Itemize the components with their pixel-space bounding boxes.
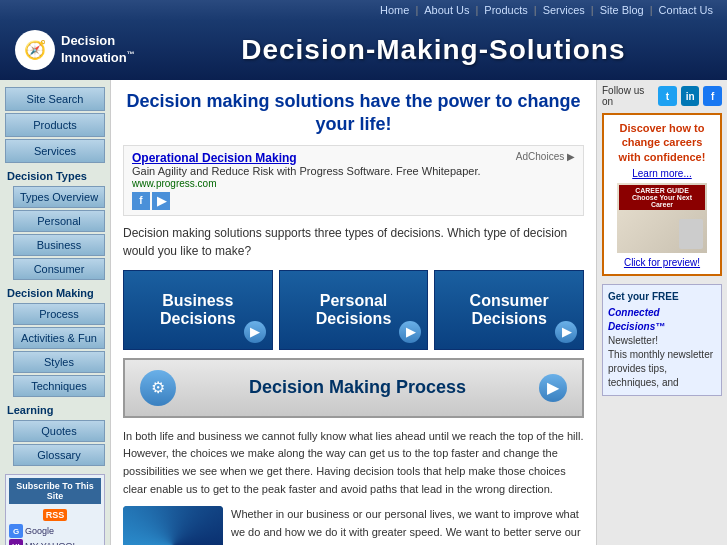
process-arrow-icon: ▶ <box>539 374 567 402</box>
personal-decisions-box[interactable]: PersonalDecisions ▶ <box>279 270 429 350</box>
newsletter-label: Newsletter! <box>608 335 658 346</box>
sidebar-link-techniques[interactable]: Techniques <box>13 375 105 397</box>
logo-text: Decision Innovation™ <box>61 33 135 67</box>
main-content: Decision making solutions have the power… <box>110 80 597 545</box>
rss-links: RSS G Google Y! MY YAHOO! M MY MSN <box>9 508 101 545</box>
newsletter-desc: This monthly newsletter provides tips, t… <box>608 348 716 390</box>
decision-making-heading: Decision Making <box>5 282 105 301</box>
business-decisions-label: BusinessDecisions <box>160 292 236 328</box>
consumer-decisions-label: ConsumerDecisions <box>470 292 549 328</box>
sidebar-link-quotes[interactable]: Quotes <box>13 420 105 442</box>
nav-home[interactable]: Home <box>380 4 409 16</box>
sidebar-link-business[interactable]: Business <box>13 234 105 256</box>
body-paragraph-2: Whether in our business or our personal … <box>231 506 584 545</box>
nav-blog[interactable]: Site Blog <box>600 4 644 16</box>
personal-decisions-label: PersonalDecisions <box>316 292 392 328</box>
process-button-label: Decision Making Process <box>184 377 531 398</box>
ad-card-learn-more[interactable]: Learn more... <box>632 168 691 179</box>
ad-facebook-icon[interactable]: f <box>132 192 150 210</box>
ad-card-title: Discover how to change careers with conf… <box>610 121 714 164</box>
google-icon: G <box>9 524 23 538</box>
frame-image: Manage <box>123 506 223 545</box>
book-figure <box>679 219 703 249</box>
business-decisions-box[interactable]: BusinessDecisions ▶ <box>123 270 273 350</box>
nav-products[interactable]: Products <box>484 4 527 16</box>
ad-card: Discover how to change careers with conf… <box>602 113 722 276</box>
ad-arrow-icon[interactable]: ▶ <box>152 192 170 210</box>
ad-desc: Gain Agility and Reduce Risk with Progre… <box>132 165 481 177</box>
nav-about[interactable]: About Us <box>424 4 469 16</box>
bottom-frame: Manage Whether in our business or our pe… <box>123 506 584 545</box>
sidebar-link-glossary[interactable]: Glossary <box>13 444 105 466</box>
facebook-icon[interactable]: f <box>703 86 722 106</box>
process-icon: ⚙ <box>140 370 176 406</box>
sidebar-link-consumer[interactable]: Consumer <box>13 258 105 280</box>
sidebar-link-types-overview[interactable]: Types Overview <box>13 186 105 208</box>
nav-services[interactable]: Services <box>543 4 585 16</box>
business-arrow-icon: ▶ <box>244 321 266 343</box>
top-nav: Home | About Us | Products | Services | … <box>0 0 727 20</box>
consumer-arrow-icon: ▶ <box>555 321 577 343</box>
sidebar-link-styles[interactable]: Styles <box>13 351 105 373</box>
decision-types-heading: Decision Types <box>5 165 105 184</box>
intro-text: Decision making solutions supports three… <box>123 224 584 260</box>
ad-url: www.progress.com <box>132 178 216 189</box>
logo: 🧭 Decision Innovation™ <box>15 30 135 70</box>
logo-icon: 🧭 <box>15 30 55 70</box>
subscribe-box: Subscribe To This Site RSS G Google Y! M… <box>5 474 105 545</box>
nav-contact[interactable]: Contact Us <box>659 4 713 16</box>
consumer-decisions-box[interactable]: ConsumerDecisions ▶ <box>434 270 584 350</box>
ad-card-preview-link[interactable]: Click for preview! <box>624 257 700 268</box>
sidebar-link-site-search[interactable]: Site Search <box>5 87 105 111</box>
main-heading: Decision making solutions have the power… <box>123 90 584 137</box>
feed-google[interactable]: G Google <box>9 524 101 538</box>
book-title-label: CAREER GUIDEChoose Your Next Career <box>619 185 705 210</box>
ad-choices: AdChoices ▶ <box>516 151 575 162</box>
ad-link[interactable]: Operational Decision Making <box>132 151 297 165</box>
header: 🧭 Decision Innovation™ Decision-Making-S… <box>0 20 727 80</box>
twitter-icon[interactable]: t <box>658 86 677 106</box>
sidebar-link-activities[interactable]: Activities & Fun <box>13 327 105 349</box>
personal-arrow-icon: ▶ <box>399 321 421 343</box>
rss-badge: RSS <box>43 509 68 521</box>
main-layout: Site Search Products Services Decision T… <box>0 80 727 545</box>
sidebar-link-products[interactable]: Products <box>5 113 105 137</box>
left-sidebar: Site Search Products Services Decision T… <box>0 80 110 545</box>
site-title: Decision-Making-Solutions <box>155 34 712 66</box>
sidebar-link-services[interactable]: Services <box>5 139 105 163</box>
follow-us: Follow us on t in f <box>602 85 722 107</box>
sidebar-link-personal[interactable]: Personal <box>13 210 105 232</box>
yahoo-icon: Y! <box>9 539 23 545</box>
linkedin-icon[interactable]: in <box>681 86 700 106</box>
process-button[interactable]: ⚙ Decision Making Process ▶ <box>123 358 584 418</box>
newsletter-brand: Connected Decisions™ <box>608 307 665 332</box>
decision-boxes: BusinessDecisions ▶ PersonalDecisions ▶ … <box>123 270 584 350</box>
sidebar-link-process[interactable]: Process <box>13 303 105 325</box>
subscribe-label: Subscribe To This Site <box>9 478 101 504</box>
ad-card-image: CAREER GUIDEChoose Your Next Career <box>617 183 707 253</box>
ad-area: AdChoices ▶ Operational Decision Making … <box>123 145 584 216</box>
right-sidebar: Follow us on t in f Discover how to chan… <box>597 80 727 545</box>
newsletter-get-free: Get your FREE <box>608 290 716 304</box>
follow-us-label: Follow us on <box>602 85 654 107</box>
newsletter-box: Get your FREE Connected Decisions™ Newsl… <box>602 284 722 396</box>
learning-heading: Learning <box>5 399 105 418</box>
ad-icons: f ▶ <box>132 192 575 210</box>
body-paragraph-1: In both life and business we cannot full… <box>123 428 584 498</box>
feed-yahoo[interactable]: Y! MY YAHOO! <box>9 539 101 545</box>
